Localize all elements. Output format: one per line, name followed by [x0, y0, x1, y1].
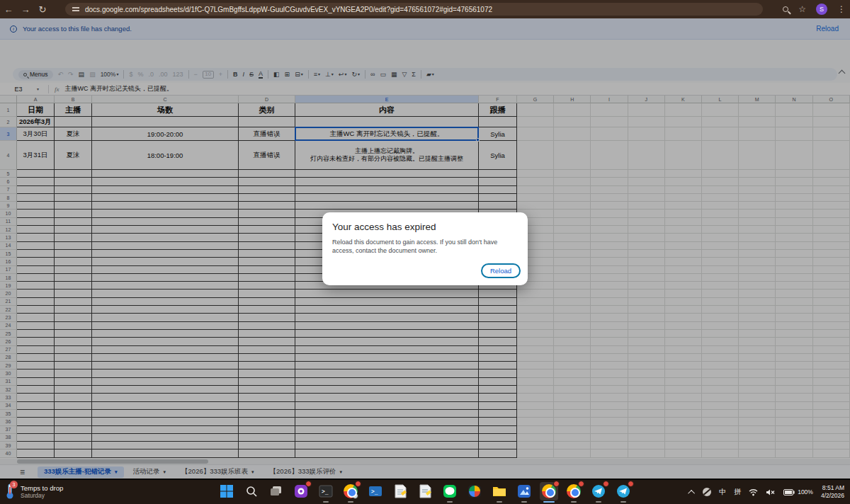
site-info-icon[interactable]: [72, 6, 79, 12]
telegram-button[interactable]: [589, 482, 608, 500]
screen: ← → ↻ docs.google.com/spreadsheets/d/1fC…: [0, 0, 850, 504]
search-button[interactable]: [242, 482, 261, 500]
address-bar[interactable]: docs.google.com/spreadsheets/d/1fC-Q7LGm…: [65, 3, 763, 16]
notepad-button[interactable]: [391, 482, 409, 500]
ime-language[interactable]: 中: [719, 487, 726, 497]
start-button[interactable]: [217, 482, 236, 500]
browser-actions: ☆ S ⋮: [783, 0, 846, 18]
running-indicator: [596, 501, 601, 503]
running-indicator: [348, 501, 353, 503]
bookmark-icon[interactable]: ☆: [798, 4, 806, 14]
chrome-2-button[interactable]: [565, 482, 583, 500]
forward-icon[interactable]: →: [17, 4, 34, 15]
chrome-profile-button[interactable]: [341, 482, 360, 500]
line-button[interactable]: [441, 482, 459, 500]
volume-muted-icon[interactable]: [766, 488, 776, 496]
browser-avatar[interactable]: S: [816, 4, 827, 15]
reload-icon[interactable]: ↻: [34, 4, 51, 15]
notification-badge: [305, 481, 312, 487]
running-indicator: [521, 501, 527, 503]
running-indicator: [571, 501, 577, 503]
wifi-icon[interactable]: [749, 488, 758, 496]
task-view-button[interactable]: [267, 482, 285, 500]
running-indicator: [620, 501, 626, 503]
clock-date: 4/2/2026: [821, 492, 844, 500]
running-indicator: [323, 501, 329, 503]
running-indicator: [543, 501, 555, 503]
weather-badge: 3: [10, 481, 18, 488]
notification-badge: [578, 481, 584, 487]
notification-badge: [355, 481, 361, 487]
file-explorer-button[interactable]: [490, 482, 509, 500]
dialog-title: Your access has expired: [332, 222, 518, 232]
telegram-2-button[interactable]: [614, 482, 633, 500]
battery-indicator[interactable]: 100%: [783, 488, 813, 496]
notification-badge: [628, 481, 634, 487]
taskbar: 3 Temps to drop Saturday >_>_ 中 拼 100%: [0, 479, 850, 504]
chat-app-button[interactable]: [292, 482, 310, 500]
notification-badge: [553, 481, 560, 487]
zoom-icon[interactable]: [783, 6, 788, 12]
access-expired-dialog: Your access has expired Reload this docu…: [322, 212, 528, 285]
back-icon[interactable]: ←: [0, 4, 17, 15]
dialog-reload-button[interactable]: Reload: [481, 263, 521, 278]
chrome-active-button[interactable]: [540, 482, 558, 500]
browser-toolbar: ← → ↻ docs.google.com/spreadsheets/d/1fC…: [0, 0, 850, 18]
notepad-2-button[interactable]: [416, 482, 434, 500]
powershell-button[interactable]: >_: [366, 482, 385, 500]
running-indicator: [447, 501, 453, 503]
clock-time: 8:51 AM: [821, 484, 844, 492]
dialog-body: Reload this document to gain access. If …: [332, 239, 518, 255]
do-not-disturb-icon[interactable]: [703, 488, 711, 496]
svg-text:>_: >_: [371, 488, 378, 495]
running-indicator: [497, 501, 502, 503]
battery-percent: 100%: [798, 488, 813, 496]
taskbar-clock[interactable]: 8:51 AM 4/2/2026: [821, 484, 844, 500]
browser-menu-icon[interactable]: ⋮: [837, 4, 846, 14]
url-text[interactable]: docs.google.com/spreadsheets/d/1fC-Q7LGm…: [85, 6, 492, 13]
photos-button[interactable]: [515, 482, 533, 500]
system-tray: 中 拼 100% 8:51 AM 4/2/2026: [690, 482, 844, 502]
terminal-button[interactable]: >_: [317, 482, 335, 500]
battery-icon: [783, 489, 795, 496]
svg-text:>_: >_: [322, 488, 329, 495]
ime-mode[interactable]: 拼: [734, 487, 741, 497]
notification-badge: [603, 481, 609, 487]
colorful-app-button[interactable]: [465, 482, 484, 500]
